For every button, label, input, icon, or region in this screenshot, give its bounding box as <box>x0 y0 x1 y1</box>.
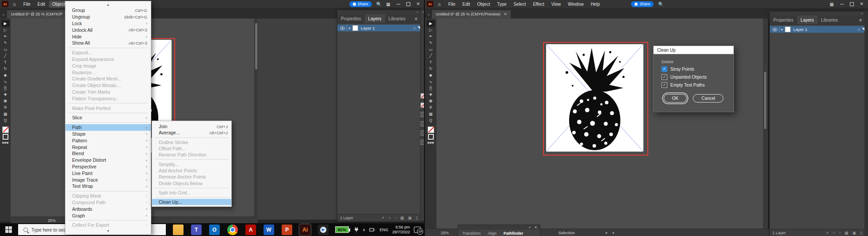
menu-scroll-down-icon[interactable]: ▼ <box>65 228 151 233</box>
dock-collapse-icon[interactable]: » <box>861 12 863 15</box>
object-menu-item-lock[interactable]: Lock› <box>65 20 151 27</box>
share-button[interactable]: Share <box>349 1 372 7</box>
battery-indicator[interactable]: 92% <box>335 226 349 233</box>
tray-chevron-up-icon[interactable]: ∧ <box>363 228 366 232</box>
gradient-tool-icon[interactable]: ▒ <box>1 85 9 91</box>
clock[interactable]: 6:56 pm 28/7/2022 <box>392 225 410 235</box>
zoom-tool-icon[interactable]: Q <box>1 117 9 124</box>
network-icon[interactable] <box>369 228 375 232</box>
curvature-tool-icon[interactable]: ✎ <box>427 40 435 46</box>
path-submenu-item-divide-objects-below[interactable]: Divide Objects Below <box>152 180 231 186</box>
panel-expand-icon[interactable]: » <box>425 13 432 19</box>
workspace-switcher-icon[interactable]: ▦ <box>386 2 390 7</box>
cancel-button[interactable]: Cancel <box>693 94 723 103</box>
new-sublayer-icon[interactable]: ▦ <box>400 216 404 220</box>
taskbar-app-word[interactable]: W <box>264 225 274 235</box>
layer-target-icon[interactable]: ○ <box>858 27 860 32</box>
floating-tab-transform[interactable]: Transform <box>463 231 481 236</box>
ok-button[interactable]: OK <box>664 94 687 103</box>
eyedropper-tool-icon[interactable]: ✚ <box>427 91 435 98</box>
home-icon[interactable]: ⌂ <box>438 1 441 7</box>
panel-tab-properties[interactable]: Properties <box>770 15 797 24</box>
layer-row[interactable]: ▸ Layer 1 ○ <box>770 26 865 33</box>
floating-tab-pathfinder[interactable]: Pathfinder <box>504 231 524 236</box>
taskbar-app-powerpoint[interactable]: P <box>282 225 292 235</box>
symbol-sprayer-tool-icon[interactable]: ※ <box>427 104 435 111</box>
artboard-tool-icon[interactable]: ▦ <box>427 110 435 117</box>
shaper-tool-icon[interactable]: ∿ <box>427 78 435 85</box>
paintbrush-tool-icon[interactable]: ╱ <box>1 53 9 59</box>
object-menu-item-slice[interactable]: Slice› <box>65 114 151 121</box>
object-menu-item-expand-appearance[interactable]: Expand Appearance <box>65 56 151 63</box>
maximize-icon[interactable] <box>850 2 854 6</box>
object-menu-item-make-pixel-perfect[interactable]: Make Pixel Perfect <box>65 105 151 111</box>
language-indicator[interactable]: ENG <box>379 228 388 232</box>
object-menu-item-shape[interactable]: Shape› <box>65 131 151 137</box>
curvature-tool-icon[interactable]: ✎ <box>1 40 9 46</box>
panel-tab-layers[interactable]: Layers <box>365 14 385 23</box>
checkbox-row-empty-text-paths[interactable]: ✓Empty Text Paths <box>662 82 734 88</box>
layer-name[interactable]: Layer 1 <box>361 26 375 30</box>
taskbar-app-media-player[interactable]: ▶ <box>318 225 329 235</box>
layer-target-icon[interactable]: ○ <box>413 26 416 30</box>
checkbox-stray-points[interactable]: ✓ <box>662 66 667 72</box>
rotate-tool-icon[interactable]: ↻ <box>427 65 435 72</box>
visibility-eye-icon[interactable] <box>772 28 777 31</box>
object-menu-item-create-object-mosaic[interactable]: Create Object Mosaic... <box>65 82 151 89</box>
zoom-level[interactable]: 25% <box>48 218 56 223</box>
make-mask-icon[interactable]: ▫ <box>395 216 396 220</box>
workspace-switcher-icon[interactable]: ▦ <box>830 2 834 7</box>
path-submenu-item-split-into-grid[interactable]: Split Into Grid... <box>152 190 231 196</box>
object-menu-item-create-gradient-mesh[interactable]: Create Gradient Mesh... <box>65 76 151 82</box>
eraser-tool-icon[interactable]: ◆ <box>427 72 435 79</box>
object-menu-item-text-wrap[interactable]: Text Wrap› <box>65 183 151 190</box>
menubar-item-edit[interactable]: Edit <box>459 1 473 8</box>
object-menu-item-compound-path[interactable]: Compound Path› <box>65 199 151 206</box>
panel-expand-icon[interactable]: » <box>0 13 7 19</box>
visibility-eye-icon[interactable] <box>340 27 345 30</box>
pen-tool-icon[interactable]: ✒ <box>427 33 435 40</box>
object-menu-item-artboards[interactable]: Artboards› <box>65 206 151 212</box>
path-submenu-item-join[interactable]: JoinCtrl+J <box>152 123 231 129</box>
path-submenu-item-clean-up[interactable]: Clean Up... <box>152 199 231 205</box>
panel-hamburger-icon[interactable]: ≡ <box>856 15 865 24</box>
artboard-tool-icon[interactable]: ▦ <box>1 110 9 117</box>
make-mask-icon[interactable]: ▫ <box>839 231 841 235</box>
notification-center-icon[interactable]: 19 <box>414 227 421 233</box>
taskbar-app-acrobat[interactable]: A <box>245 225 256 235</box>
collapse-panel-icon[interactable]: « <box>529 225 531 229</box>
object-menu-item-perspective[interactable]: Perspective› <box>65 164 151 170</box>
object-menu-item-pattern[interactable]: Pattern› <box>65 137 151 144</box>
dialog-title[interactable]: Clean Up <box>654 46 734 54</box>
draw-mode-icons[interactable] <box>428 142 434 144</box>
share-button[interactable]: Share <box>631 1 654 7</box>
floating-tab-align[interactable]: Align <box>488 231 497 236</box>
rotate-tool-icon[interactable]: ↻ <box>1 65 9 72</box>
menubar-item-select[interactable]: Select <box>511 1 529 8</box>
checkbox-row-unpainted-objects[interactable]: ✓Unpainted Objects <box>662 74 734 80</box>
type-tool-icon[interactable]: T <box>427 59 435 66</box>
maximize-icon[interactable] <box>406 2 410 6</box>
object-menu-item-create-trim-marks[interactable]: Create Trim Marks <box>65 89 151 95</box>
close-panel-icon[interactable]: ✕ <box>534 225 537 229</box>
panel-tab-layers[interactable]: Layers <box>797 15 818 24</box>
right-artboard[interactable] <box>546 44 643 152</box>
taskbar-app-file-explorer[interactable] <box>173 225 184 235</box>
menubar-item-view[interactable]: View <box>548 1 564 8</box>
layer-thumbnail[interactable] <box>352 25 358 31</box>
object-menu-item-graph[interactable]: Graph› <box>65 212 151 219</box>
object-menu-item-image-trace[interactable]: Image Trace› <box>65 176 151 183</box>
object-menu-item-repeat[interactable]: Repeat› <box>65 144 151 150</box>
stroke-swatch[interactable] <box>428 134 434 140</box>
object-menu-item-clipping-mask[interactable]: Clipping Mask› <box>65 193 151 199</box>
object-menu-item-live-paint[interactable]: Live Paint› <box>65 170 151 176</box>
checkbox-unpainted-objects[interactable]: ✓ <box>662 74 667 80</box>
object-menu-item-expand[interactable]: Expand... <box>65 49 151 56</box>
locate-object-icon[interactable]: ○ <box>833 231 835 235</box>
zoom-tool-icon[interactable]: Q <box>427 117 435 124</box>
eyedropper-tool-icon[interactable]: ✚ <box>1 91 9 98</box>
scrollbar-thumb[interactable] <box>764 72 766 129</box>
selection-tool-icon[interactable]: ▶ <box>427 20 435 27</box>
menubar-item-edit[interactable]: Edit <box>34 1 48 8</box>
object-menu-item-ungroup[interactable]: UngroupShift+Ctrl+G <box>65 14 151 20</box>
